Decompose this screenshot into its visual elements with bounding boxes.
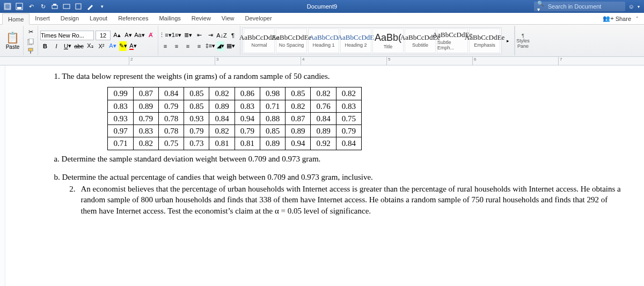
style-tile-no-spacing[interactable]: AaBbCcDdEeNo Spacing [276,28,307,53]
qat-more-icon[interactable]: ▾ [98,2,106,11]
line-spacing-icon[interactable]: ‡≡▾ [206,41,215,51]
font-family-select[interactable] [40,31,94,40]
justify-icon[interactable]: ≡ [194,41,204,51]
table-cell: 0.94 [286,137,311,150]
print-icon[interactable] [50,2,59,11]
sort-icon[interactable]: A↓Z [217,31,226,40]
share-icon: 👥+ [603,15,613,22]
bullets-icon[interactable]: ⋮≡▾ [160,31,170,40]
multilevel-icon[interactable]: ≣▾ [183,31,193,40]
question-1a: a. Determine the sample standard deviati… [54,153,623,164]
styles-pane-button[interactable]: ¶ Styles Pane [515,26,531,55]
horizontal-ruler[interactable]: 234567 [0,57,644,65]
subscript-button[interactable]: X₂ [85,41,95,51]
tab-review[interactable]: Review [186,13,216,24]
touch-icon[interactable] [74,2,83,11]
svg-rect-4 [52,5,57,9]
app-icon[interactable] [3,2,12,11]
table-cell: 0.92 [311,137,336,150]
collapse-ribbon-icon[interactable]: ˄ [636,16,639,21]
change-case-icon[interactable]: Aa▾ [135,31,144,40]
copy-icon[interactable] [26,38,35,46]
table-cell: 0.93 [108,112,133,124]
search-input[interactable] [548,3,622,10]
cut-icon[interactable]: ✂ [26,28,35,36]
table-cell: 0.82 [133,137,158,150]
font-size-select[interactable] [96,31,111,40]
highlight-icon[interactable]: ✎▾ [119,41,127,51]
redo-icon[interactable]: ↻ [39,2,47,11]
font-group: A▴ A▾ Aa▾ A̸ B I U▾ abc X₂ X² A▾ ✎▾ A▾ [38,26,158,55]
paste-icon[interactable]: 📋 [4,31,21,44]
viewmode-icon[interactable] [62,2,71,11]
grow-font-icon[interactable]: A▴ [112,31,122,40]
table-cell: 0.82 [209,87,235,100]
table-cell: 0.89 [209,100,235,112]
indent-icon[interactable]: ⇥ [206,31,215,40]
tab-insert[interactable]: Insert [30,13,55,24]
svg-rect-3 [17,7,21,9]
tab-home[interactable]: Home [2,13,30,25]
outdent-icon[interactable]: ⇤ [194,31,204,40]
table-cell: 0.94 [235,112,260,124]
align-center-icon[interactable]: ≡ [172,41,181,51]
table-cell: 0.81 [235,137,260,150]
borders-icon[interactable]: ▦▾ [226,41,236,51]
tab-developer[interactable]: Developer [240,13,277,24]
save-icon[interactable] [15,2,24,11]
undo-icon[interactable]: ↶ [27,2,35,11]
style-tile-emphasis[interactable]: AaBbCcDdEeEmphasis [469,28,500,53]
clipboard-group: 📋 Paste [2,26,24,55]
tab-mailings[interactable]: Mailings [153,13,186,24]
align-left-icon[interactable]: ≡ [160,41,170,51]
table-cell: 0.82 [286,100,311,112]
tab-references[interactable]: References [113,13,153,24]
show-marks-icon[interactable]: ¶ [228,31,238,40]
align-right-icon[interactable]: ≡ [183,41,193,51]
text-effects-icon[interactable]: A▾ [108,41,118,51]
style-tile-normal[interactable]: AaBbCcDdEeNormal [244,28,275,53]
search-box[interactable]: 🔍▾ [534,2,625,11]
svg-rect-10 [28,48,33,51]
document-area: 1. The data below represent the weights … [0,65,644,286]
font-color-icon[interactable]: A▾ [128,41,138,51]
table-cell: 0.89 [286,125,311,137]
numbering-icon[interactable]: 1≡▾ [172,31,181,40]
table-cell: 0.89 [260,137,285,150]
paste-label[interactable]: Paste [4,44,21,50]
bold-button[interactable]: B [40,41,50,51]
tab-design[interactable]: Design [55,13,84,24]
editing-icon[interactable] [86,2,94,11]
style-tile-subtle-emph-[interactable]: AaBbCcDdEeSubtle Emph... [437,28,468,53]
styles-gallery[interactable]: AaBbCcDdEeNormalAaBbCcDdEeNo SpacingAaBb… [242,27,502,54]
table-cell: 0.93 [184,112,209,124]
italic-button[interactable]: I [52,41,61,51]
page-content[interactable]: 1. The data below represent the weights … [5,65,644,286]
share-button[interactable]: 👥+ Share ˄ [597,13,644,24]
search-icon: 🔍▾ [537,1,546,12]
style-tile-heading-2[interactable]: AaBbCcDdEHeading 2 [340,28,371,53]
format-painter-icon[interactable] [26,47,35,55]
clear-format-icon[interactable]: A̸ [146,31,156,40]
ribbon: 📋 Paste ✂ A▴ A▾ Aa▾ A̸ B I U▾ abc X₂ X² … [0,25,644,57]
style-tile-heading-1[interactable]: AaBbCcDHeading 1 [308,28,339,53]
table-cell: 0.86 [235,87,260,100]
feedback-dropdown-icon[interactable]: ▾ [638,4,640,9]
styles-more-icon[interactable]: ▸ [503,28,513,53]
strike-button[interactable]: abc [74,41,84,51]
table-cell: 0.78 [158,112,184,124]
feedback-icon[interactable]: ☺ [628,3,634,10]
underline-button[interactable]: U▾ [63,41,72,51]
tab-layout[interactable]: Layout [84,13,113,24]
tab-view[interactable]: View [216,13,240,24]
style-tile-title[interactable]: AaBb(Title [372,28,404,53]
table-cell: 0.79 [133,112,158,124]
svg-rect-9 [29,39,33,44]
shading-icon[interactable]: ◢▾ [217,41,224,51]
title-bar: ↶ ↻ ▾ Document9 🔍▾ ☺ ▾ [0,0,644,13]
superscript-button[interactable]: X² [97,41,106,51]
vertical-ruler[interactable] [0,65,5,286]
table-cell: 0.85 [184,100,209,112]
style-tile-subtitle[interactable]: AaBbCcDdEeSubtitle [405,28,436,53]
shrink-font-icon[interactable]: A▾ [123,31,133,40]
